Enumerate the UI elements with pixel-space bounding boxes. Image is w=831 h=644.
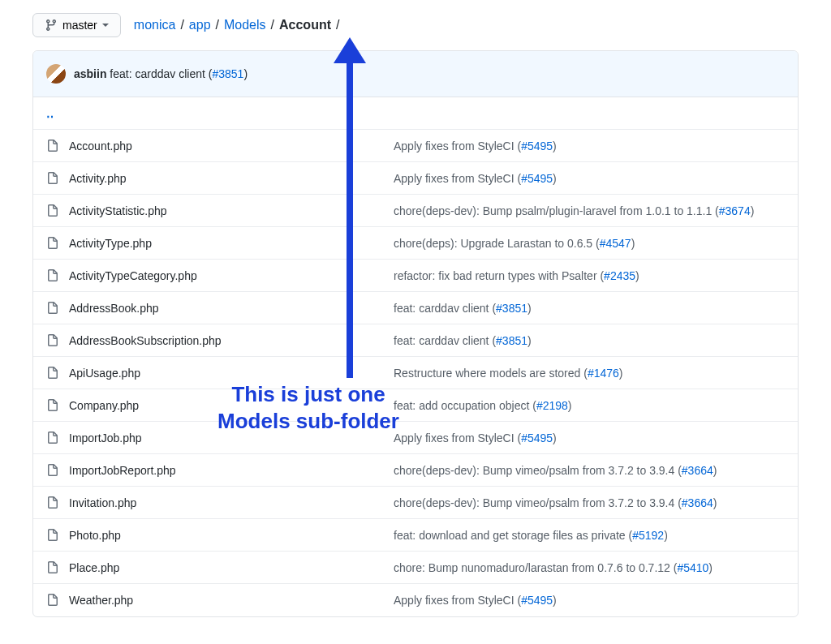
- file-name-link[interactable]: Invitation.php: [69, 496, 136, 509]
- file-name-link[interactable]: AddressBookSubscription.php: [69, 334, 222, 347]
- table-row: ApiUsage.phpRestructure where models are…: [33, 357, 798, 389]
- file-name-link[interactable]: Weather.php: [69, 594, 133, 607]
- file-name-link[interactable]: ActivityType.php: [69, 237, 152, 250]
- file-icon: [46, 334, 59, 347]
- commit-message-cell[interactable]: chore(deps): Upgrade Larastan to 0.6.5 (…: [394, 237, 785, 250]
- file-icon: [46, 367, 59, 380]
- table-row: Place.phpchore: Bump nunomaduro/larastan…: [33, 552, 798, 584]
- latest-commit-bar: asbiin feat: carddav client (#3851): [33, 51, 798, 97]
- breadcrumb-link[interactable]: Models: [224, 18, 266, 32]
- header: master monica / app / Models / Account /: [32, 13, 799, 37]
- file-name-link[interactable]: Account.php: [69, 140, 132, 152]
- commit-author[interactable]: asbiin: [74, 67, 106, 80]
- git-branch-icon: [45, 19, 58, 32]
- commit-message[interactable]: feat: carddav client (#3851): [110, 67, 248, 80]
- file-icon: [46, 399, 59, 412]
- table-row: ActivityType.phpchore(deps): Upgrade Lar…: [33, 227, 798, 260]
- issue-link[interactable]: #5410: [677, 561, 708, 574]
- file-icon: [46, 594, 59, 607]
- issue-link[interactable]: #1476: [588, 367, 619, 380]
- commit-issue-link[interactable]: #3851: [212, 67, 243, 80]
- issue-link[interactable]: #4547: [600, 237, 631, 250]
- branch-select-button[interactable]: master: [32, 13, 121, 37]
- file-name-link[interactable]: ActivityTypeCategory.php: [69, 269, 197, 282]
- commit-message-cell[interactable]: Apply fixes from StyleCI (#5495): [394, 140, 785, 152]
- table-row: Weather.phpApply fixes from StyleCI (#54…: [33, 584, 798, 616]
- table-row: Activity.phpApply fixes from StyleCI (#5…: [33, 162, 798, 195]
- caret-down-icon: [102, 24, 109, 27]
- breadcrumb-link[interactable]: monica: [134, 18, 176, 32]
- commit-message-cell[interactable]: Restructure where models are stored (#14…: [394, 367, 785, 380]
- breadcrumb-separator: /: [271, 18, 274, 32]
- issue-link[interactable]: #2435: [604, 269, 635, 282]
- file-name-link[interactable]: ApiUsage.php: [69, 367, 140, 380]
- commit-message-cell[interactable]: chore(deps-dev): Bump vimeo/psalm from 3…: [394, 464, 785, 477]
- file-name-link[interactable]: ImportJobReport.php: [69, 464, 176, 477]
- issue-link[interactable]: #3851: [496, 334, 527, 347]
- commit-message-cell[interactable]: feat: download and get storage files as …: [394, 529, 785, 542]
- commit-message-cell[interactable]: feat: carddav client (#3851): [394, 302, 785, 315]
- file-icon: [46, 529, 59, 542]
- file-icon: [46, 561, 59, 574]
- issue-link[interactable]: #5495: [521, 594, 553, 607]
- branch-label: master: [62, 19, 97, 32]
- file-icon: [46, 302, 59, 315]
- file-name-link[interactable]: ActivityStatistic.php: [69, 204, 167, 217]
- table-row: Account.phpApply fixes from StyleCI (#54…: [33, 130, 798, 162]
- breadcrumb-separator: /: [180, 18, 183, 32]
- file-icon: [46, 237, 59, 250]
- file-icon: [46, 140, 59, 152]
- issue-link[interactable]: #3851: [496, 302, 527, 315]
- breadcrumb: monica / app / Models / Account /: [134, 18, 340, 32]
- issue-link[interactable]: #5192: [632, 529, 664, 542]
- table-row: Company.phpfeat: add occupation object (…: [33, 389, 798, 422]
- issue-link[interactable]: #3674: [719, 204, 751, 217]
- file-icon: [46, 431, 59, 444]
- avatar[interactable]: [46, 64, 66, 84]
- table-row: Photo.phpfeat: download and get storage …: [33, 519, 798, 552]
- issue-link[interactable]: #3664: [682, 464, 713, 477]
- table-row: Invitation.phpchore(deps-dev): Bump vime…: [33, 487, 798, 519]
- breadcrumb-link[interactable]: app: [189, 18, 211, 32]
- breadcrumb-current: Account: [279, 18, 331, 32]
- commit-message-cell[interactable]: feat: add occupation object (#2198): [394, 399, 785, 412]
- file-icon: [46, 172, 59, 185]
- updir-row[interactable]: ‥: [33, 97, 798, 130]
- commit-message-cell[interactable]: chore(deps-dev): Bump psalm/plugin-larav…: [394, 204, 785, 217]
- file-icon: [46, 496, 59, 509]
- commit-message-cell[interactable]: chore: Bump nunomaduro/larastan from 0.7…: [394, 561, 785, 574]
- breadcrumb-separator: /: [336, 18, 339, 32]
- file-name-link[interactable]: ImportJob.php: [69, 431, 142, 444]
- issue-link[interactable]: #5495: [521, 431, 553, 444]
- file-icon: [46, 269, 59, 282]
- table-row: AddressBook.phpfeat: carddav client (#38…: [33, 292, 798, 324]
- commit-message-cell[interactable]: refactor: fix bad return types with Psal…: [394, 269, 785, 282]
- breadcrumb-separator: /: [216, 18, 219, 32]
- commit-message-cell[interactable]: Apply fixes from StyleCI (#5495): [394, 431, 785, 444]
- commit-message-cell[interactable]: Apply fixes from StyleCI (#5495): [394, 172, 785, 185]
- issue-link[interactable]: #2198: [536, 399, 568, 412]
- commit-message-cell[interactable]: feat: carddav client (#3851): [394, 334, 785, 347]
- table-row: ActivityStatistic.phpchore(deps-dev): Bu…: [33, 195, 798, 227]
- table-row: AddressBookSubscription.phpfeat: carddav…: [33, 324, 798, 357]
- file-list-box: asbiin feat: carddav client (#3851) ‥ Ac…: [32, 50, 799, 617]
- commit-message-cell[interactable]: chore(deps-dev): Bump vimeo/psalm from 3…: [394, 496, 785, 509]
- table-row: ImportJob.phpApply fixes from StyleCI (#…: [33, 422, 798, 454]
- file-name-link[interactable]: Activity.php: [69, 172, 127, 185]
- commit-message-cell[interactable]: Apply fixes from StyleCI (#5495): [394, 594, 785, 607]
- file-name-link[interactable]: Photo.php: [69, 529, 121, 542]
- updir-link[interactable]: ‥: [46, 107, 55, 120]
- issue-link[interactable]: #5495: [521, 140, 553, 152]
- table-row: ActivityTypeCategory.phprefactor: fix ba…: [33, 260, 798, 292]
- file-name-link[interactable]: Place.php: [69, 561, 119, 574]
- file-icon: [46, 204, 59, 217]
- file-name-link[interactable]: AddressBook.php: [69, 302, 159, 315]
- table-row: ImportJobReport.phpchore(deps-dev): Bump…: [33, 454, 798, 487]
- issue-link[interactable]: #3664: [682, 496, 713, 509]
- file-icon: [46, 464, 59, 477]
- issue-link[interactable]: #5495: [521, 172, 553, 185]
- file-name-link[interactable]: Company.php: [69, 399, 139, 412]
